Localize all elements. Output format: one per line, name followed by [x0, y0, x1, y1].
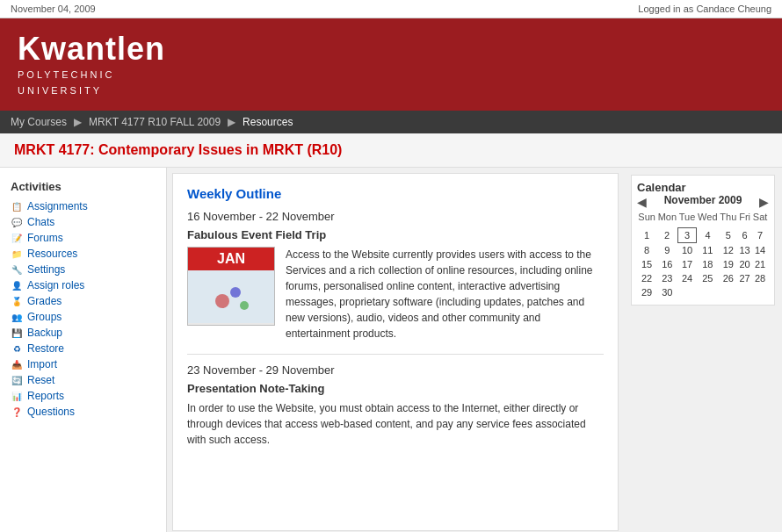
sidebar-label-forums: Forums: [27, 232, 63, 244]
breadcrumb-nav: My Courses ▶ MRKT 4177 R10 FALL 2009 ▶ R…: [0, 111, 782, 133]
cal-day-header-thu: Thu: [719, 210, 738, 224]
cal-day-2[interactable]: 2: [656, 228, 677, 243]
sidebar-item-resources[interactable]: 📁Resources: [0, 246, 166, 262]
cal-day-8[interactable]: 8: [637, 243, 656, 258]
cal-day-16[interactable]: 16: [656, 257, 677, 271]
sidebar-item-assign-roles[interactable]: 👤Assign roles: [0, 277, 166, 293]
assignments-icon: 📋: [11, 200, 23, 212]
cal-day-17[interactable]: 17: [678, 257, 697, 271]
week-header-1: 16 November - 22 November: [187, 210, 604, 223]
university-name: Kwantlen: [18, 31, 165, 68]
nav-mycourses[interactable]: My Courses: [11, 116, 67, 128]
reports-icon: 📊: [11, 390, 23, 402]
event-title-2: Presentation Note-Taking: [187, 382, 604, 395]
cal-day-12[interactable]: 12: [719, 243, 738, 258]
sidebar-item-groups[interactable]: 👥Groups: [0, 309, 166, 325]
cal-day-empty: [752, 285, 769, 299]
cal-week-row: 1234567: [637, 228, 769, 243]
cal-day-29[interactable]: 29: [637, 285, 656, 299]
cal-day-7[interactable]: 7: [752, 228, 769, 243]
cal-day-header-tue: Tue: [678, 210, 697, 224]
questions-icon: ❓: [11, 406, 23, 418]
nav-course[interactable]: MRKT 4177 R10 FALL 2009: [89, 116, 221, 128]
sidebar-label-assign-roles: Assign roles: [27, 279, 84, 291]
sidebar-label-restore: Restore: [27, 342, 64, 355]
calendar-next[interactable]: ▶: [759, 195, 769, 209]
cal-day-25[interactable]: 25: [697, 271, 719, 285]
sidebar-label-questions: Questions: [27, 406, 75, 418]
right-panel: Calendar ◀ November 2009 ▶ SunMonTueWedT…: [624, 168, 782, 532]
cal-day-empty: [719, 285, 738, 299]
cal-day-5[interactable]: 5: [719, 228, 738, 243]
svg-point-2: [240, 301, 249, 310]
cal-day-21[interactable]: 21: [752, 257, 769, 271]
cal-day-14[interactable]: 14: [752, 243, 769, 258]
page-title: MRKT 4177: Contemporary Issues in MRKT (…: [0, 133, 782, 168]
cal-day-27[interactable]: 27: [738, 271, 752, 285]
divider: [187, 354, 604, 355]
event-thumbnail: [188, 270, 274, 323]
top-bar: November 04, 2009 Logged in as Candace C…: [0, 0, 782, 18]
calendar-prev[interactable]: ◀: [637, 195, 647, 209]
sidebar-item-restore[interactable]: ♻Restore: [0, 341, 166, 356]
sidebar-label-resources: Resources: [27, 248, 77, 260]
sidebar-label-backup: Backup: [27, 327, 62, 339]
svg-point-1: [230, 287, 241, 298]
sidebar-item-questions[interactable]: ❓Questions: [0, 404, 166, 420]
sidebar-item-settings[interactable]: 🔧Settings: [0, 262, 166, 277]
cal-week-row: 15161718192021: [637, 257, 769, 271]
cal-day-11[interactable]: 11: [697, 243, 719, 258]
restore-icon: ♻: [11, 342, 23, 355]
event-title-1: Fabulous Event Field Trip: [187, 228, 604, 241]
cal-day-3[interactable]: 3: [678, 228, 697, 243]
university-sub1: POLYTECHNIC: [18, 68, 165, 83]
username-link[interactable]: Candace Cheung: [696, 4, 771, 14]
cal-day-15[interactable]: 15: [637, 257, 656, 271]
cal-week-row: 891011121314: [637, 243, 769, 258]
nav-current: Resources: [243, 116, 293, 128]
event-block-1: JAN Access to the Website currently prov…: [187, 247, 604, 341]
cal-day-18[interactable]: 18: [697, 257, 719, 271]
calendar-heading: Calendar: [637, 181, 769, 194]
cal-day-9[interactable]: 9: [656, 243, 677, 258]
sidebar-item-chats[interactable]: 💬Chats: [0, 214, 166, 230]
cal-week-row: 2930: [637, 285, 769, 299]
cal-day-header-fri: Fri: [738, 210, 752, 224]
sidebar-label-assignments: Assignments: [27, 200, 88, 212]
sidebar-item-import[interactable]: 📥Import: [0, 356, 166, 372]
sidebar-item-grades[interactable]: 🏅Grades: [0, 293, 166, 309]
forums-icon: 📝: [11, 232, 23, 244]
sidebar-heading: Activities: [0, 176, 166, 198]
cal-day-22[interactable]: 22: [637, 271, 656, 285]
event-svg: [205, 275, 257, 319]
cal-day-4[interactable]: 4: [697, 228, 719, 243]
site-header: Kwantlen POLYTECHNIC UNIVERSITY: [0, 18, 782, 111]
calendar-table: SunMonTueWedThuFriSat 123456789101112131…: [637, 210, 769, 299]
import-icon: 📥: [11, 358, 23, 370]
sidebar-item-reset[interactable]: 🔄Reset: [0, 372, 166, 388]
cal-day-23[interactable]: 23: [656, 271, 677, 285]
cal-day-30[interactable]: 30: [656, 285, 677, 299]
cal-day-1[interactable]: 1: [637, 228, 656, 243]
cal-day-header-mon: Mon: [656, 210, 677, 224]
svg-point-0: [215, 294, 229, 308]
cal-day-10[interactable]: 10: [678, 243, 697, 258]
cal-day-24[interactable]: 24: [678, 271, 697, 285]
reset-icon: 🔄: [11, 374, 23, 386]
date-label: November 04, 2009: [11, 4, 96, 14]
content-title: Weekly Outline: [187, 186, 604, 201]
calendar-month: November 2009: [647, 194, 759, 206]
sidebar-item-forums[interactable]: 📝Forums: [0, 230, 166, 246]
sidebar-label-grades: Grades: [27, 295, 62, 307]
sidebar-item-backup[interactable]: 💾Backup: [0, 325, 166, 341]
sidebar-item-assignments[interactable]: 📋Assignments: [0, 198, 166, 214]
calendar-box: Calendar ◀ November 2009 ▶ SunMonTueWedT…: [631, 175, 775, 306]
cal-day-20[interactable]: 20: [738, 257, 752, 271]
sidebar-item-reports[interactable]: 📊Reports: [0, 388, 166, 404]
cal-day-28[interactable]: 28: [752, 271, 769, 285]
cal-day-19[interactable]: 19: [719, 257, 738, 271]
cal-week-row: 22232425262728: [637, 271, 769, 285]
cal-day-13[interactable]: 13: [738, 243, 752, 258]
cal-day-6[interactable]: 6: [738, 228, 752, 243]
cal-day-26[interactable]: 26: [719, 271, 738, 285]
